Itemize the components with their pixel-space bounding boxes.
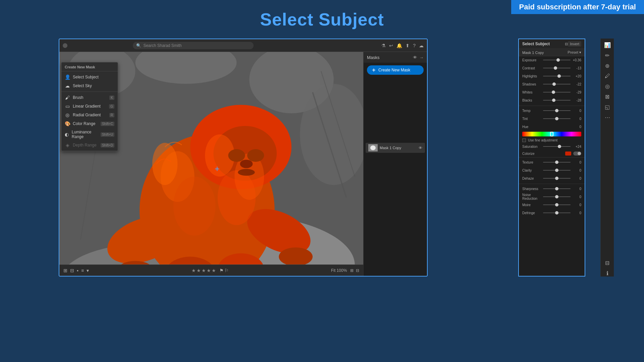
- single-icon[interactable]: ▪: [77, 268, 78, 273]
- masks-arrow-icon[interactable]: →: [419, 55, 424, 60]
- defringe-track[interactable]: [543, 213, 571, 213]
- moire-thumb[interactable]: [555, 203, 558, 206]
- defringe-thumb[interactable]: [555, 211, 558, 215]
- preset-dropdown[interactable]: Preset ▾: [568, 50, 581, 55]
- sort-icon[interactable]: ≡: [81, 268, 84, 273]
- temp-track[interactable]: [543, 110, 571, 111]
- contrast-thumb[interactable]: [554, 66, 557, 70]
- whites-row: Whites -29: [522, 88, 581, 96]
- histogram-icon[interactable]: 📊: [604, 42, 611, 48]
- star-rating[interactable]: ★ ★ ★ ★ ★ ⚑ ⚐: [192, 268, 229, 273]
- depth-range-item[interactable]: ◈ Depth Range Shift+D: [61, 141, 118, 149]
- masks-eye-icon[interactable]: 👁: [413, 55, 417, 60]
- colorize-toggle[interactable]: [573, 152, 581, 156]
- star-1[interactable]: ★: [192, 268, 196, 273]
- color-picker-icon[interactable]: 🖊: [605, 73, 610, 79]
- shadows-value: -22: [572, 82, 581, 86]
- noise-reduction-row: Noise Reduction 0: [522, 193, 581, 200]
- mask-list-item[interactable]: Mask 1 Copy 👁: [366, 143, 425, 153]
- star-2[interactable]: ★: [197, 268, 201, 273]
- brush-label: Brush: [73, 95, 83, 100]
- help-icon[interactable]: ?: [413, 43, 416, 48]
- zoom-toggle[interactable]: ⊞: [350, 268, 354, 273]
- temp-thumb[interactable]: [555, 109, 558, 112]
- whites-thumb[interactable]: [552, 90, 555, 94]
- radial-gradient-label: Radial Gradient: [73, 113, 101, 117]
- texture-row: Texture 0: [522, 159, 581, 166]
- star-5[interactable]: ★: [212, 268, 216, 273]
- whites-track[interactable]: [543, 92, 571, 93]
- select-subject-item[interactable]: 👤 Select Subject: [61, 73, 118, 81]
- fine-adjustment-checkbox[interactable]: [522, 138, 526, 142]
- clarity-track[interactable]: [543, 170, 571, 171]
- brush-item[interactable]: 🖌 Brush K: [61, 93, 118, 102]
- luminance-range-item[interactable]: ◐ Luminance Range Shift+U: [61, 128, 118, 141]
- mask-eye-icon[interactable]: 👁: [419, 146, 422, 150]
- radial-gradient-item[interactable]: ◎ Radial Gradient R: [61, 111, 118, 119]
- saturation-thumb[interactable]: [558, 145, 561, 148]
- select-sky-item[interactable]: ☁ Select Sky: [61, 81, 118, 90]
- texture-track[interactable]: [543, 162, 571, 163]
- dehaze-track[interactable]: [543, 178, 571, 179]
- defringe-value: 0: [572, 211, 581, 215]
- tint-thumb[interactable]: [555, 117, 558, 120]
- hue-bar[interactable]: [522, 132, 581, 136]
- grid-small-icon[interactable]: ⊟: [70, 268, 74, 273]
- saturation-track[interactable]: [543, 146, 571, 147]
- colorize-label: Colorize: [522, 152, 563, 156]
- exposure-track[interactable]: [543, 60, 571, 60]
- star-3[interactable]: ★: [202, 268, 206, 273]
- flag-outline-icon[interactable]: ⚐: [224, 268, 229, 273]
- mask-edit-icon[interactable]: ⊛: [605, 63, 609, 69]
- edit-icon[interactable]: ✏: [605, 52, 609, 59]
- saturation-row: Saturation +24: [522, 143, 581, 150]
- content-area: + ⊞ ⊟ ▪ ≡ ▾ ★ ★ ★ ★ ★ ⚑ ⚐: [59, 52, 427, 276]
- tint-value: 0: [572, 117, 581, 121]
- hue-thumb[interactable]: [550, 132, 553, 136]
- invert-button[interactable]: Invert: [568, 41, 581, 47]
- colorize-swatch[interactable]: [565, 152, 571, 156]
- share-icon[interactable]: ⬆: [406, 43, 410, 48]
- sharpness-thumb[interactable]: [555, 187, 558, 190]
- dehaze-group: Dehaze 0: [519, 175, 585, 183]
- clarity-group: Clarity 0: [519, 167, 585, 175]
- clarity-thumb[interactable]: [555, 169, 558, 172]
- geometry-icon[interactable]: ◱: [605, 104, 610, 110]
- sharpness-track[interactable]: [543, 188, 571, 189]
- blacks-thumb[interactable]: [552, 99, 555, 102]
- grid-icon[interactable]: ⊞: [63, 268, 67, 273]
- noise-reduction-track[interactable]: [543, 196, 571, 197]
- tint-track[interactable]: [543, 118, 571, 119]
- luminance-shortcut: Shift+U: [101, 132, 114, 137]
- filter-icon[interactable]: ⚗: [381, 43, 386, 48]
- sort-down-icon[interactable]: ▾: [87, 268, 89, 273]
- info-icon[interactable]: ℹ: [606, 270, 608, 277]
- healing-icon[interactable]: ◎: [605, 83, 610, 89]
- shadows-track[interactable]: [543, 84, 571, 84]
- window-close-btn[interactable]: [63, 43, 67, 48]
- flag-icon[interactable]: ⚑: [219, 268, 224, 273]
- cloud-icon[interactable]: ☁: [419, 43, 424, 48]
- dehaze-thumb[interactable]: [555, 177, 558, 180]
- sep-3: [519, 184, 585, 184]
- moire-track[interactable]: [543, 204, 571, 205]
- crop-icon[interactable]: ⊠: [605, 94, 609, 100]
- undo-icon[interactable]: ↩: [389, 43, 393, 48]
- shadows-thumb[interactable]: [552, 82, 556, 86]
- compare-icon[interactable]: ⊟: [356, 268, 359, 273]
- noise-reduction-thumb[interactable]: [555, 195, 558, 198]
- blacks-track[interactable]: [543, 100, 571, 101]
- compare-right-icon[interactable]: ⊟: [605, 260, 609, 266]
- texture-thumb[interactable]: [555, 161, 558, 164]
- highlights-track[interactable]: [543, 76, 571, 76]
- dots-icon[interactable]: ⋯: [605, 114, 610, 121]
- search-bar[interactable]: 🔍 Search Sharad Smith: [133, 42, 254, 49]
- color-range-item[interactable]: 🎨 Color Range Shift+C: [61, 119, 118, 128]
- exposure-thumb[interactable]: [556, 58, 560, 62]
- create-new-mask-button[interactable]: ＋ Create New Mask: [367, 65, 424, 75]
- notifications-icon[interactable]: 🔔: [396, 43, 402, 48]
- contrast-track[interactable]: [543, 68, 571, 68]
- highlights-thumb[interactable]: [557, 74, 561, 78]
- linear-gradient-item[interactable]: ▭ Linear Gradient G: [61, 102, 118, 111]
- star-4[interactable]: ★: [207, 268, 211, 273]
